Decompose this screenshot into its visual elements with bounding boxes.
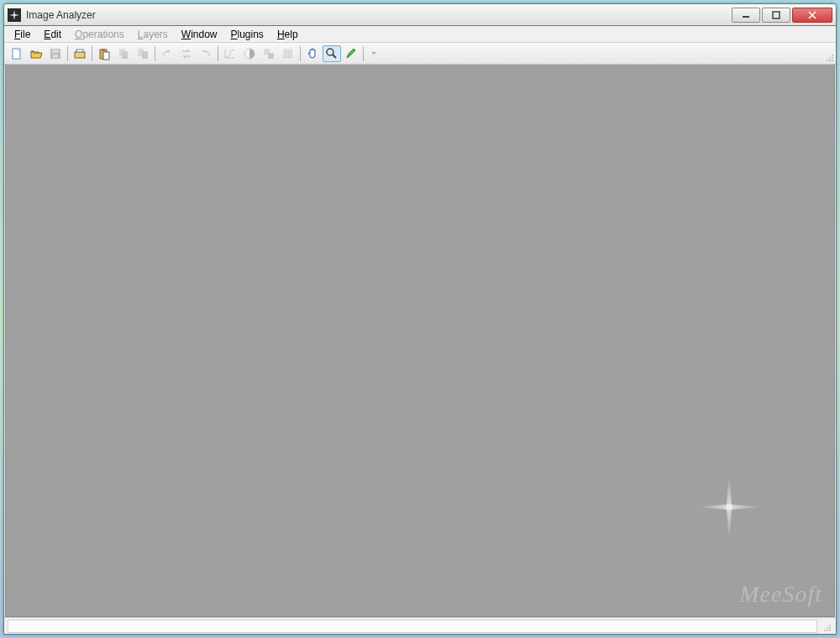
menu-help[interactable]: Help — [272, 27, 303, 42]
save-icon — [49, 47, 62, 60]
close-button[interactable] — [792, 8, 832, 23]
title-bar[interactable]: Image Analyzer — [4, 4, 836, 26]
curves-button — [221, 45, 239, 62]
draw-icon — [344, 47, 358, 60]
toolbar — [4, 43, 836, 65]
svg-point-29 — [824, 630, 826, 631]
new-button[interactable] — [8, 45, 26, 62]
dropdown-button — [366, 45, 380, 62]
copy-all-button — [134, 45, 152, 62]
menu-window[interactable]: Window — [176, 27, 223, 42]
svg-rect-6 — [75, 52, 85, 58]
svg-rect-14 — [142, 51, 148, 59]
grid-button — [279, 45, 297, 62]
new-icon — [10, 47, 24, 60]
undo-icon — [160, 47, 174, 60]
toolbar-separator — [218, 46, 218, 61]
toolbar-separator — [363, 46, 364, 61]
window-controls — [730, 8, 832, 23]
curves-icon — [223, 47, 237, 60]
menu-layers: Layers — [133, 27, 173, 42]
menu-edit[interactable]: Edit — [39, 27, 66, 42]
menu-operations: Operations — [70, 27, 129, 42]
svg-point-30 — [827, 630, 828, 631]
toolbar-separator — [155, 46, 155, 61]
svg-rect-12 — [122, 51, 128, 59]
chevron-down-icon — [371, 52, 376, 55]
svg-rect-17 — [268, 53, 274, 59]
undo-button — [158, 45, 176, 62]
svg-rect-0 — [743, 16, 749, 18]
svg-point-25 — [726, 504, 732, 510]
sparkle-decoration — [696, 473, 763, 541]
status-panel — [8, 620, 817, 633]
svg-point-19 — [832, 55, 833, 56]
open-button[interactable] — [27, 45, 45, 62]
resize-grip-icon[interactable] — [819, 620, 832, 633]
open-icon — [29, 47, 43, 60]
toolbar-separator — [67, 46, 68, 61]
resize-button — [260, 45, 278, 62]
save-button — [46, 45, 65, 62]
swap-icon — [180, 47, 193, 60]
hand-icon — [306, 47, 319, 60]
copy-icon — [117, 47, 130, 60]
svg-rect-9 — [102, 49, 105, 51]
svg-point-28 — [829, 627, 831, 629]
svg-point-20 — [829, 57, 831, 59]
paste-icon — [97, 47, 111, 60]
paste-button[interactable] — [95, 45, 113, 62]
svg-point-21 — [832, 57, 833, 59]
draw-button[interactable] — [342, 45, 360, 62]
status-bar — [4, 617, 836, 634]
svg-point-31 — [829, 630, 831, 631]
svg-point-18 — [327, 49, 333, 55]
resize-icon — [262, 47, 276, 60]
redo-button — [197, 45, 215, 62]
menu-plugins[interactable]: Plugins — [226, 27, 269, 42]
maximize-button[interactable] — [762, 8, 790, 23]
redo-icon — [199, 47, 213, 60]
svg-rect-4 — [52, 50, 59, 53]
svg-point-23 — [829, 60, 831, 61]
zoom-button[interactable] — [323, 45, 341, 62]
window-title: Image Analyzer — [26, 9, 730, 21]
copy-all-icon — [136, 47, 150, 60]
toolbar-separator — [300, 46, 301, 61]
menu-file[interactable]: File — [9, 27, 35, 42]
grid-icon — [281, 47, 295, 60]
hand-button[interactable] — [303, 45, 322, 62]
contrast-button — [240, 45, 259, 62]
menu-bar: File Edit Operations Layers Window Plugi… — [4, 26, 836, 43]
scanner-button[interactable] — [71, 45, 89, 62]
minimize-button[interactable] — [732, 8, 760, 23]
copy-button — [114, 45, 133, 62]
zoom-icon — [325, 47, 339, 60]
workspace[interactable]: MeeSoft — [5, 65, 835, 617]
toolbar-grip-icon — [824, 52, 834, 62]
svg-point-27 — [827, 627, 828, 629]
swap-button — [177, 45, 196, 62]
toolbar-separator — [92, 46, 92, 61]
svg-rect-10 — [103, 52, 109, 60]
watermark: MeeSoft — [739, 581, 822, 608]
svg-rect-1 — [773, 12, 780, 18]
svg-rect-7 — [76, 50, 83, 52]
svg-point-22 — [827, 60, 828, 61]
scanner-icon — [73, 47, 87, 60]
svg-rect-5 — [53, 55, 58, 58]
app-icon — [8, 8, 21, 22]
svg-point-26 — [829, 625, 831, 626]
svg-point-24 — [832, 60, 833, 61]
app-window: Image Analyzer File Edit Operations Laye… — [3, 3, 837, 635]
contrast-icon — [243, 47, 256, 60]
